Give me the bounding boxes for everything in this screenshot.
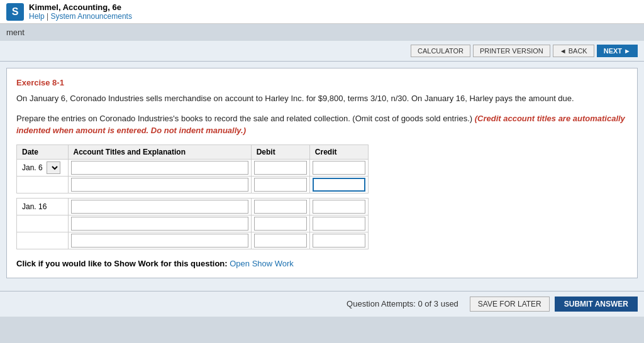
date-jan6: Jan. 6 bbox=[19, 162, 45, 173]
credit-input-5[interactable] bbox=[313, 234, 365, 248]
th-credit: Credit bbox=[309, 144, 368, 159]
spacer-row bbox=[17, 193, 369, 198]
top-bar: S Kimmel, Accounting, 6e Help | System A… bbox=[0, 0, 644, 24]
debit-input-3[interactable] bbox=[254, 200, 307, 214]
credit-input-2[interactable] bbox=[313, 178, 365, 192]
date-cell-2 bbox=[17, 176, 69, 193]
calculator-button[interactable]: CALCULATOR bbox=[411, 45, 470, 57]
debit-input-4[interactable] bbox=[254, 217, 307, 231]
top-bar-info: Kimmel, Accounting, 6e Help | System Ann… bbox=[29, 3, 132, 21]
save-for-later-button[interactable]: SAVE FOR LATER bbox=[470, 297, 550, 312]
table-row: Jan. 6 6 bbox=[17, 159, 369, 176]
date-cell-3: Jan. 16 bbox=[17, 198, 69, 215]
credit-cell-4 bbox=[309, 215, 368, 232]
toolbar: CALCULATOR PRINTER VERSION ◄ BACK NEXT ► bbox=[0, 41, 644, 62]
journal-table: Date Account Titles and Explanation Debi… bbox=[16, 144, 369, 249]
app-title: Kimmel, Accounting, 6e bbox=[29, 3, 132, 12]
content-area: Exercise 8-1 On January 6, Coronado Indu… bbox=[0, 62, 644, 291]
back-button[interactable]: ◄ BACK bbox=[553, 45, 594, 57]
date-cell-1: Jan. 6 6 bbox=[17, 159, 69, 176]
th-debit: Debit bbox=[251, 144, 309, 159]
credit-cell-3 bbox=[309, 198, 368, 215]
submit-answer-button[interactable]: SUBMIT ANSWER bbox=[555, 297, 638, 312]
credit-input-4[interactable] bbox=[313, 217, 365, 231]
credit-input-3[interactable] bbox=[313, 200, 365, 214]
account-cell-1 bbox=[68, 159, 251, 176]
account-input-5[interactable] bbox=[71, 234, 248, 248]
next-button[interactable]: NEXT ► bbox=[597, 45, 638, 57]
table-row bbox=[17, 176, 369, 193]
exercise-text: On January 6, Coronado Industries sells … bbox=[16, 92, 628, 105]
account-input-4[interactable] bbox=[71, 217, 248, 231]
th-date: Date bbox=[17, 144, 69, 159]
credit-cell-5 bbox=[309, 232, 368, 249]
logo-icon: S bbox=[6, 3, 24, 21]
debit-input-5[interactable] bbox=[254, 234, 307, 248]
help-link[interactable]: Help bbox=[29, 12, 45, 21]
bottom-bar: Question Attempts: 0 of 3 used SAVE FOR … bbox=[0, 291, 644, 317]
debit-cell-5 bbox=[251, 232, 309, 249]
debit-cell-4 bbox=[251, 215, 309, 232]
debit-cell-3 bbox=[251, 198, 309, 215]
exercise-title: Exercise 8-1 bbox=[16, 78, 628, 87]
account-input-1[interactable] bbox=[71, 161, 248, 175]
date-select-1[interactable]: 6 bbox=[47, 161, 60, 174]
credit-cell-1 bbox=[309, 159, 368, 176]
credit-input-1[interactable] bbox=[313, 161, 365, 175]
table-row: Jan. 16 bbox=[17, 198, 369, 215]
table-row bbox=[17, 215, 369, 232]
date-cell-5 bbox=[17, 232, 69, 249]
debit-input-1[interactable] bbox=[254, 161, 307, 175]
gray-bar: ment bbox=[0, 24, 644, 41]
account-cell-2 bbox=[68, 176, 251, 193]
account-cell-3 bbox=[68, 198, 251, 215]
account-input-3[interactable] bbox=[71, 200, 248, 214]
open-show-work-link[interactable]: Open Show Work bbox=[230, 259, 294, 268]
table-row bbox=[17, 232, 369, 249]
date-jan16: Jan. 16 bbox=[19, 201, 49, 212]
debit-cell-2 bbox=[251, 176, 309, 193]
account-cell-5 bbox=[68, 232, 251, 249]
printer-version-button[interactable]: PRINTER VERSION bbox=[473, 45, 550, 57]
exercise-box: Exercise 8-1 On January 6, Coronado Indu… bbox=[6, 68, 638, 278]
question-attempts: Question Attempts: 0 of 3 used bbox=[347, 299, 458, 308]
debit-cell-1 bbox=[251, 159, 309, 176]
announcements-link[interactable]: System Announcements bbox=[50, 12, 131, 21]
show-work-row: Click if you would like to Show Work for… bbox=[16, 259, 628, 268]
date-cell-4 bbox=[17, 215, 69, 232]
exercise-instruction: Prepare the entries on Coronado Industri… bbox=[16, 112, 628, 137]
debit-input-2[interactable] bbox=[254, 178, 307, 192]
account-input-2[interactable] bbox=[71, 178, 248, 192]
top-bar-links: Help | System Announcements bbox=[29, 12, 132, 21]
account-cell-4 bbox=[68, 215, 251, 232]
credit-cell-2 bbox=[309, 176, 368, 193]
th-account: Account Titles and Explanation bbox=[68, 144, 251, 159]
